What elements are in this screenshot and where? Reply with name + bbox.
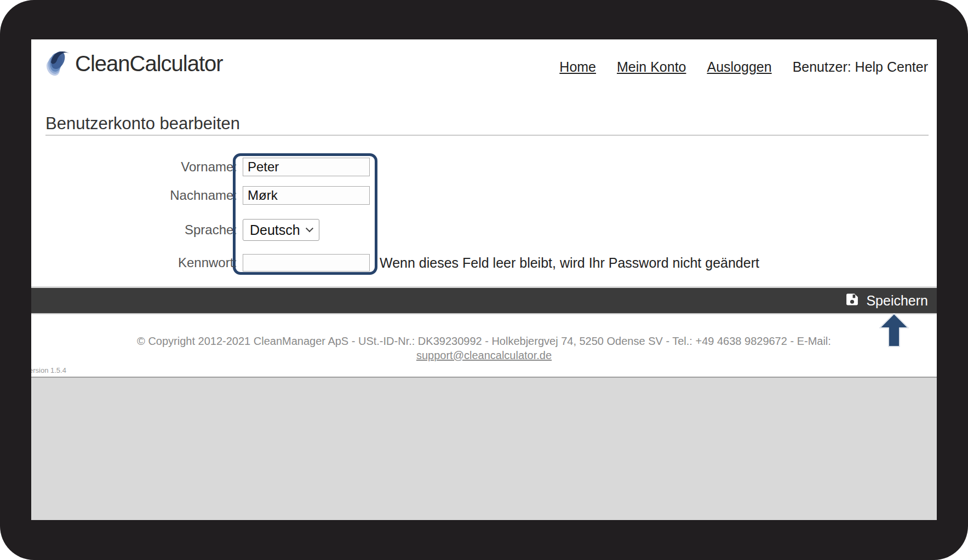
- form-row-sprache: Sprache: Deutsch: [31, 219, 319, 241]
- vorname-field[interactable]: [243, 158, 370, 176]
- nav-home-link[interactable]: Home: [559, 59, 596, 75]
- logo-link[interactable]: CleanCalculator: [45, 47, 223, 80]
- wave-swirl-icon: [45, 47, 73, 80]
- save-button[interactable]: Speichern: [845, 293, 928, 309]
- version-label: Version 1.5.4: [31, 366, 66, 374]
- nav-ausloggen-link[interactable]: Ausloggen: [707, 59, 771, 75]
- form-row-nachname: Nachname:: [31, 186, 370, 205]
- nachname-field[interactable]: [243, 186, 370, 205]
- browser-page: CleanCalculator Home Mein Konto Auslogge…: [31, 39, 937, 520]
- form-row-kennwort: Kennwort:: [31, 254, 370, 272]
- title-divider: [45, 135, 929, 136]
- page-title: Benutzerkonto bearbeiten: [45, 114, 240, 134]
- sprache-label: Sprache:: [31, 222, 237, 238]
- save-button-label: Speichern: [866, 293, 928, 309]
- kennwort-label: Kennwort:: [31, 255, 237, 270]
- brand-name: CleanCalculator: [75, 51, 223, 76]
- main-nav: Home Mein Konto Ausloggen Benutzer: Help…: [559, 59, 928, 75]
- page-background-section: [31, 377, 937, 520]
- current-user-label: Benutzer: Help Center: [793, 59, 928, 75]
- nav-mein-konto-link[interactable]: Mein Konto: [617, 59, 686, 75]
- copyright-text: © Copyright 2012-2021 CleanManager ApS -…: [31, 334, 937, 348]
- floppy-disk-icon: [845, 293, 859, 309]
- language-select-value: Deutsch: [250, 222, 300, 238]
- vorname-label: Vorname:: [31, 159, 237, 175]
- password-note: Wenn dieses Feld leer bleibt, wird Ihr P…: [380, 254, 759, 272]
- support-email-link[interactable]: support@cleancalculator.de: [416, 349, 552, 361]
- nachname-label: Nachname:: [31, 188, 237, 203]
- page-footer: © Copyright 2012-2021 CleanManager ApS -…: [31, 334, 937, 362]
- form-row-vorname: Vorname:: [31, 158, 370, 176]
- kennwort-field[interactable]: [243, 254, 370, 272]
- action-bar: Speichern: [31, 286, 937, 314]
- language-select[interactable]: Deutsch: [243, 219, 319, 241]
- screenshot-canvas: CleanCalculator Home Mein Konto Auslogge…: [0, 0, 968, 560]
- chevron-down-icon: [306, 224, 313, 232]
